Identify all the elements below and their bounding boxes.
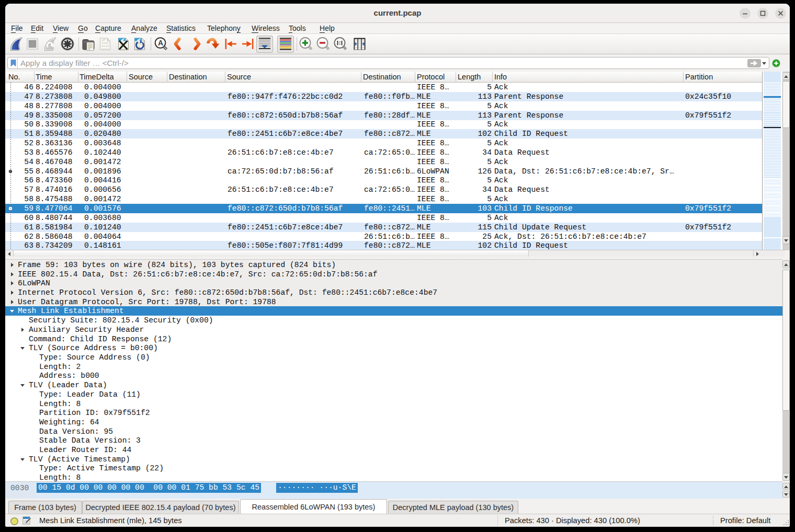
- svg-text:A: A: [158, 39, 163, 47]
- svg-text:0111: 0111: [101, 48, 109, 51]
